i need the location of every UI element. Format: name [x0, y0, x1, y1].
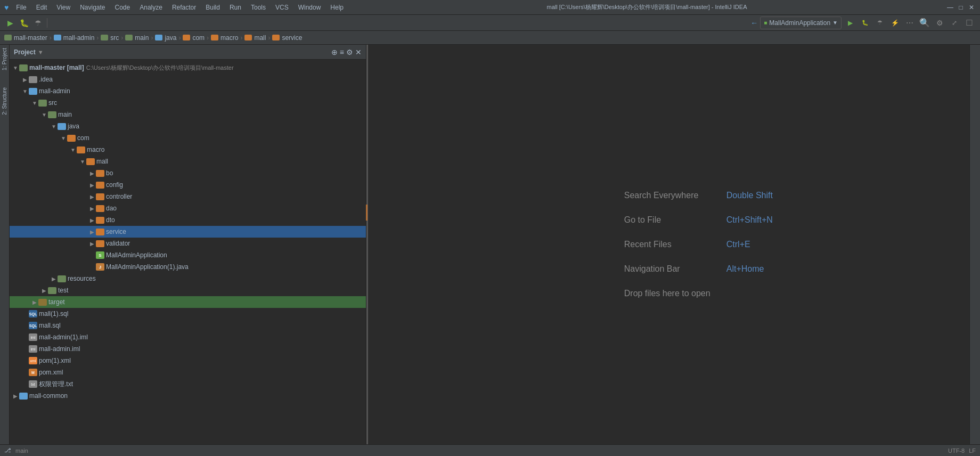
tree-item-config[interactable]: ▶ config	[10, 179, 366, 191]
project-tab-label[interactable]: 1: Project	[1, 45, 9, 74]
run-debug-btn[interactable]: 🐛	[859, 17, 871, 29]
menu-code[interactable]: Code	[111, 3, 135, 12]
file-icon-spring: S	[96, 251, 104, 259]
menu-analyze[interactable]: Analyze	[135, 3, 167, 12]
tree-item-malladmin[interactable]: ▼ mall-admin	[10, 85, 366, 97]
tree-arrow-pomxml: ▶	[21, 370, 29, 376]
menu-run[interactable]: Run	[225, 3, 246, 12]
breadcrumb-mallmaster[interactable]: mall-master	[4, 34, 47, 42]
tree-item-malladminapp[interactable]: ▶ S MallAdminApplication	[10, 249, 366, 261]
close-button[interactable]: ✕	[967, 3, 976, 12]
project-add-btn[interactable]: ⊕	[331, 48, 338, 56]
menu-file[interactable]: File	[12, 3, 30, 12]
tree-item-resources[interactable]: ▶ resources	[10, 273, 366, 284]
tree-item-macro[interactable]: ▼ macro	[10, 144, 366, 156]
breadcrumb-macro[interactable]: macro	[211, 34, 238, 42]
breadcrumb-src[interactable]: src	[101, 34, 119, 42]
tree-item-mall[interactable]: ▼ mall	[10, 156, 366, 167]
tree-item-validator[interactable]: ▶ validator	[10, 238, 366, 249]
tree-item-dto[interactable]: ▶ dto	[10, 214, 366, 226]
breadcrumb-sep1: ›	[96, 34, 99, 42]
breadcrumb-label-5: com	[192, 34, 205, 42]
tree-item-malladminapp1[interactable]: ▶ J MallAdminApplication(1).java	[10, 261, 366, 273]
folder-icon-test	[48, 287, 56, 294]
breadcrumb-java[interactable]: java	[155, 34, 176, 42]
menu-navigate[interactable]: Navigate	[76, 3, 109, 12]
breadcrumb-sep3: ›	[151, 34, 153, 42]
encoding-label[interactable]: UTF-8	[948, 447, 965, 454]
tree-item-service[interactable]: ▶ service	[10, 226, 366, 238]
search-everywhere-btn[interactable]: 🔍	[918, 17, 931, 29]
toolbar-coverage-btn[interactable]: ☂	[32, 17, 44, 29]
menu-refactor[interactable]: Refactor	[168, 3, 200, 12]
resize-btn[interactable]: □	[963, 17, 976, 29]
git-branch[interactable]: main	[15, 447, 28, 454]
tree-item-malladmin1iml[interactable]: ▶ iml mall-admin(1).iml	[10, 331, 366, 343]
menu-view[interactable]: View	[52, 3, 75, 12]
file-icon-sql2: SQL	[29, 322, 37, 329]
settings-btn[interactable]: ⚙	[933, 17, 946, 29]
tree-item-com[interactable]: ▼ com	[10, 132, 366, 144]
menu-window[interactable]: Window	[294, 3, 325, 12]
tree-item-test[interactable]: ▶ test	[10, 284, 366, 296]
expand-btn[interactable]: ⤢	[948, 17, 961, 29]
title-bar: ♥ File Edit View Navigate Code Analyze R…	[0, 0, 980, 15]
run-play-btn[interactable]: ▶	[844, 17, 856, 29]
tree-arrow-dto: ▶	[88, 217, 96, 223]
tree-item-pomxml[interactable]: ▶ M pom.xml	[10, 367, 366, 378]
breadcrumb-malladmin[interactable]: mall-admin	[54, 34, 95, 42]
breadcrumb-mall[interactable]: mall	[244, 34, 266, 42]
breadcrumb-label-7: mall	[254, 34, 266, 42]
tree-label-target: target	[48, 298, 65, 306]
project-tree[interactable]: ▼ mall-master [mall] C:\Users\杨耀辉\Deskto…	[10, 60, 366, 444]
toolbar-run-btn[interactable]: ▶	[4, 17, 16, 29]
tree-item-bo[interactable]: ▶ bo	[10, 167, 366, 179]
tree-item-target[interactable]: ▶ target	[10, 296, 366, 308]
tree-item-acltxt[interactable]: ▶ txt 权限管理.txt	[10, 378, 366, 390]
tree-label-mall: mall	[96, 158, 108, 165]
project-dropdown-arrow[interactable]: ▼	[38, 49, 44, 55]
project-settings-btn[interactable]: ⚙	[346, 48, 353, 56]
folder-icon-service	[96, 229, 104, 235]
tree-arrow-service: ▶	[88, 229, 96, 235]
menu-tools[interactable]: Tools	[247, 3, 270, 12]
tree-item-controller[interactable]: ▶ controller	[10, 191, 366, 202]
tree-item-mallmaster[interactable]: ▼ mall-master [mall] C:\Users\杨耀辉\Deskto…	[10, 62, 366, 74]
minimize-button[interactable]: —	[946, 3, 954, 12]
tree-label-config: config	[106, 181, 123, 189]
tree-label-malladminapp1: MallAdminApplication(1).java	[106, 263, 189, 271]
breadcrumb-main[interactable]: main	[125, 34, 149, 42]
tree-item-malladminiml[interactable]: ▶ iml mall-admin.iml	[10, 343, 366, 355]
line-ending-label[interactable]: LF	[969, 447, 976, 454]
tree-item-mall1sql[interactable]: ▶ SQL mall(1).sql	[10, 308, 366, 320]
project-close-btn[interactable]: ✕	[355, 48, 362, 56]
tree-item-mallsql[interactable]: ▶ SQL mall.sql	[10, 320, 366, 331]
project-collapse-btn[interactable]: ≡	[340, 48, 344, 56]
run-selector[interactable]: ■ MallAdminApplication ▼	[760, 17, 842, 29]
run-profile-btn[interactable]: ⚡	[888, 17, 901, 29]
breadcrumb-label-0: mall-master	[14, 34, 47, 42]
menu-vcs[interactable]: VCS	[271, 3, 293, 12]
tree-item-idea[interactable]: ▶ .idea	[10, 74, 366, 85]
breadcrumb-service[interactable]: service	[272, 34, 302, 42]
run-more-btn[interactable]: ⋯	[903, 17, 916, 29]
maximize-button[interactable]: □	[957, 3, 965, 12]
tree-arrow: ▼	[12, 65, 19, 71]
tree-arrow-mall: ▼	[79, 159, 86, 165]
tree-item-java[interactable]: ▼ java	[10, 120, 366, 132]
tree-item-pom1xml[interactable]: ▶ xml pom(1).xml	[10, 355, 366, 367]
run-coverage-btn[interactable]: ☂	[873, 17, 886, 29]
navigate-back-btn[interactable]: ←	[750, 19, 758, 27]
menu-build[interactable]: Build	[201, 3, 224, 12]
tree-item-dao[interactable]: ▶ dao	[10, 202, 366, 214]
toolbar-debug-btn[interactable]: 🐛	[18, 17, 30, 29]
structure-tab-label[interactable]: 2: Structure	[1, 84, 9, 118]
menu-edit[interactable]: Edit	[32, 3, 52, 12]
menu-help[interactable]: Help	[326, 3, 348, 12]
tree-item-main[interactable]: ▼ main	[10, 109, 366, 120]
file-icon-java: J	[96, 263, 104, 271]
breadcrumb-com[interactable]: com	[183, 34, 205, 42]
tree-item-src[interactable]: ▼ src	[10, 97, 366, 109]
tree-item-mallcommon[interactable]: ▶ mall-common	[10, 390, 366, 402]
breadcrumb-label-1: mall-admin	[63, 34, 95, 42]
